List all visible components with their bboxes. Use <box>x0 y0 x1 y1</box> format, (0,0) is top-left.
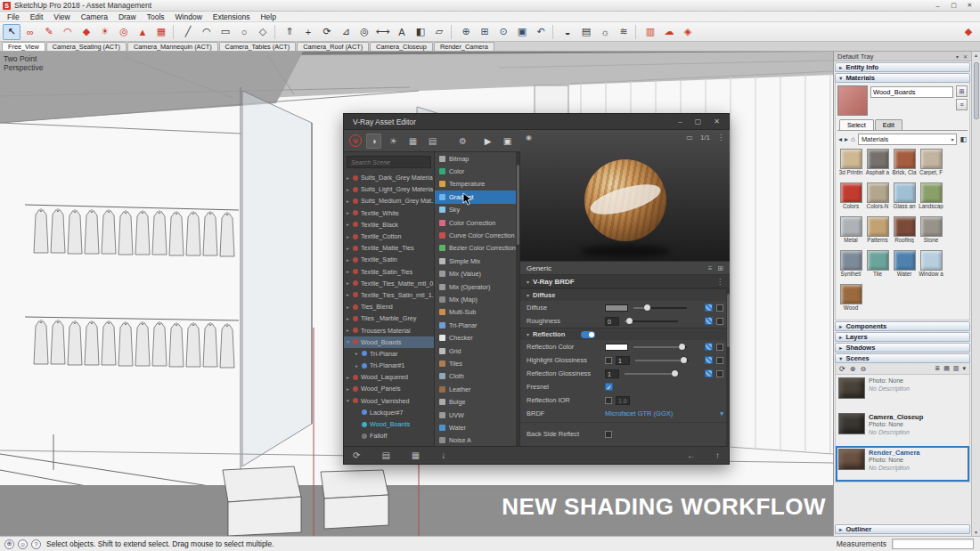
vray-close-button[interactable]: ✕ <box>714 117 720 126</box>
section-plane-tool[interactable]: ◒ <box>559 24 576 40</box>
material-category[interactable]: Colors <box>837 182 864 215</box>
material-preview[interactable]: ◉ ▭ 1/1 ⋮ <box>520 130 730 262</box>
material-tree-item[interactable]: ▸ Textile_Satin_Ties <box>344 266 434 278</box>
material-category[interactable]: Stone <box>918 215 944 249</box>
param-checkbox[interactable] <box>605 357 612 364</box>
material-category[interactable]: Wood <box>837 283 864 317</box>
material-tree-item[interactable]: ▸ Textile_Black <box>344 219 434 231</box>
toolbar-item[interactable] <box>451 25 454 39</box>
texture-slot-icon[interactable] <box>705 369 713 377</box>
param-checkbox[interactable] <box>716 344 723 351</box>
expand-arrow-icon[interactable]: ▸ <box>347 257 353 263</box>
up-arrow-icon[interactable]: ↑ <box>715 450 720 460</box>
texture-type-item[interactable]: Mix (Map) <box>435 293 519 305</box>
rotate-tool[interactable]: ⟳ <box>318 24 336 40</box>
entity-info-header[interactable]: ► Entity Info <box>835 62 970 72</box>
texture-type-item[interactable]: Temperature <box>435 178 519 190</box>
material-category[interactable]: Window a <box>918 249 944 283</box>
vray-logo[interactable]: V <box>349 134 362 147</box>
display-pane-icon[interactable]: ⊞ <box>956 85 968 97</box>
texture-type-item[interactable]: Mix (Operator) <box>435 280 519 293</box>
brdf-menu-icon[interactable]: ⋮ <box>716 278 723 286</box>
scroll-up-icon[interactable]: ▲ <box>974 53 978 58</box>
tray-close-icon[interactable]: ✕ <box>963 53 968 60</box>
help-icon[interactable]: ? <box>31 539 41 549</box>
remove-scene-icon[interactable]: ⊖ <box>860 365 866 373</box>
scenes-header[interactable]: ▼ Scenes <box>835 353 970 363</box>
param-value[interactable]: 1 <box>616 356 630 365</box>
material-tree-item[interactable]: ▸ Wood_Panels <box>344 383 434 394</box>
vray-dome-light-icon[interactable]: ◎ <box>115 24 133 40</box>
material-category-thumb[interactable] <box>840 149 862 169</box>
preview-float-icon[interactable]: ▭ <box>686 134 693 142</box>
expand-arrow-icon[interactable]: ▸ <box>347 280 353 286</box>
texture-list-scrollbar[interactable] <box>516 152 519 448</box>
material-category-thumb[interactable] <box>920 149 943 169</box>
material-tree-item[interactable]: ▸ Textile_Satin <box>344 254 434 265</box>
material-options-icon[interactable]: ≡ <box>956 99 968 110</box>
sample-paint-icon[interactable]: ◧ <box>960 135 967 143</box>
material-tree-item[interactable]: ▾ Wood_Varnished <box>344 395 434 407</box>
expand-arrow-icon[interactable]: ▸ <box>355 363 362 369</box>
scene-tab[interactable]: Camera_Tables (ACT) <box>219 42 297 51</box>
expand-arrow-icon[interactable]: ▸ <box>347 187 353 192</box>
material-category[interactable]: Landscap <box>918 182 944 215</box>
layers-header[interactable]: ► Layers <box>835 332 970 342</box>
thumbnail-view-icon[interactable]: ▥ <box>953 365 960 372</box>
close-button[interactable]: ✕ <box>962 1 977 11</box>
sync-icon[interactable]: ⟳ <box>353 450 360 460</box>
paint-bucket-tool[interactable]: ◧ <box>412 24 429 40</box>
tab-edit[interactable]: Edit <box>875 119 902 130</box>
components-header[interactable]: ► Components <box>835 321 970 331</box>
material-category-thumb[interactable] <box>840 182 862 203</box>
vray-title-bar[interactable]: V-Ray Asset Editor – ▢ ✕ <box>344 114 729 130</box>
tape-measure-tool[interactable]: ⟷ <box>374 24 392 40</box>
open-folder-icon[interactable]: ▤ <box>381 450 389 460</box>
menu-item[interactable]: Window <box>170 12 208 21</box>
pan-tool[interactable]: ⊞ <box>476 24 494 40</box>
material-name-input[interactable] <box>870 86 953 98</box>
expand-arrow-icon[interactable]: ▸ <box>347 386 353 392</box>
scene-tab[interactable]: Camera_Roof (ACT) <box>297 42 369 51</box>
asset-search-input[interactable] <box>347 156 431 168</box>
fog-icon[interactable]: ≋ <box>615 24 633 40</box>
material-tree-item[interactable]: ▾ Wood_Boards <box>344 336 434 348</box>
material-category-thumb[interactable] <box>840 284 862 304</box>
menu-item[interactable]: Draw <box>113 12 142 21</box>
styles-icon[interactable]: ▤ <box>577 24 595 40</box>
param-value[interactable]: 0 <box>605 317 619 326</box>
param-checkbox[interactable] <box>716 318 723 325</box>
vray-clipper-icon[interactable]: ◠ <box>59 24 77 40</box>
back-arrow-icon[interactable]: ← <box>687 450 696 460</box>
params-scrollbar[interactable] <box>726 288 730 448</box>
param-checkbox[interactable] <box>716 370 723 377</box>
material-tree-item[interactable]: Lackquer#7 <box>344 407 434 418</box>
vray-minimize-button[interactable]: – <box>678 117 682 126</box>
material-tree-item[interactable]: ▸ Suits_Dark_Grey Materia <box>344 172 434 183</box>
texture-type-item[interactable]: Color Correction <box>435 216 519 229</box>
zoom-extents-tool[interactable]: ▣ <box>513 24 531 40</box>
material-tree-item[interactable]: Falloff <box>344 430 434 442</box>
material-category[interactable]: Carpet, F <box>918 148 944 182</box>
preview-menu-icon[interactable]: ⋮ <box>717 134 724 142</box>
texture-type-item[interactable]: Cloth <box>435 370 519 383</box>
expand-arrow-icon[interactable]: ▸ <box>355 351 362 356</box>
measurements-input[interactable] <box>892 539 974 549</box>
vray-lens-effects-icon[interactable]: ◆ <box>960 24 977 40</box>
material-tree-item[interactable]: ▸ Tri-Planar#1 <box>344 360 434 371</box>
material-category[interactable]: 3d Printin <box>837 148 864 182</box>
material-tree-item[interactable]: ▸ Trousers Material <box>344 324 434 336</box>
param-slider[interactable] <box>633 346 687 348</box>
scene-tab[interactable]: Camera_Mannequin (ACT) <box>127 42 218 51</box>
show-details-icon[interactable]: ≣ <box>935 365 940 372</box>
vray-batch-render-icon[interactable]: ▥ <box>641 24 659 40</box>
expand-arrow-icon[interactable]: ▸ <box>347 328 353 333</box>
expand-arrow-icon[interactable]: ▸ <box>347 175 353 181</box>
tray-collapse-icon[interactable]: ▾ <box>956 53 959 60</box>
texture-type-item[interactable]: Gradient <box>435 190 519 203</box>
toolbar-item[interactable] <box>173 25 176 39</box>
save-material-icon[interactable]: ⊞ <box>717 264 723 272</box>
shadows-icon[interactable]: ☼ <box>596 24 614 40</box>
param-value[interactable]: 1 <box>605 369 619 378</box>
texture-slot-icon[interactable] <box>705 317 713 325</box>
